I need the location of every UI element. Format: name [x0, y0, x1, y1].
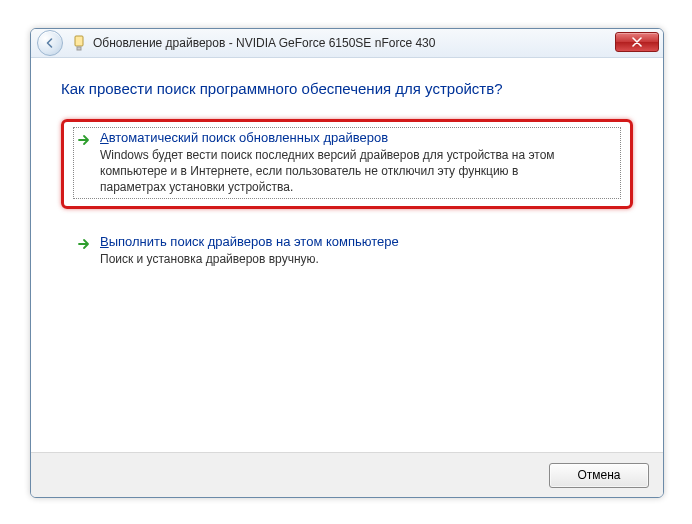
svg-rect-0: [75, 36, 83, 46]
window-title: Обновление драйверов - NVIDIA GeForce 61…: [93, 36, 435, 50]
option-local-search-title: Выполнить поиск драйверов на этом компью…: [100, 234, 618, 249]
titlebar: Обновление драйверов - NVIDIA GeForce 61…: [31, 29, 663, 58]
back-button[interactable]: [37, 30, 63, 56]
back-arrow-icon: [44, 37, 56, 49]
option-auto-search[interactable]: Автоматический поиск обновленных драйвер…: [61, 119, 633, 209]
option-local-search[interactable]: Выполнить поиск драйверов на этом компью…: [61, 223, 633, 280]
option-auto-search-desc: Windows будет вести поиск последних верс…: [100, 147, 560, 196]
option-auto-search-title: Автоматический поиск обновленных драйвер…: [100, 130, 618, 145]
driver-update-window: Обновление драйверов - NVIDIA GeForce 61…: [30, 28, 664, 498]
close-button[interactable]: [615, 32, 659, 52]
option-local-search-desc: Поиск и установка драйверов вручную.: [100, 251, 560, 267]
footer: Отмена: [31, 452, 663, 497]
cancel-button[interactable]: Отмена: [549, 463, 649, 488]
close-icon: [632, 37, 642, 47]
content-area: Как провести поиск программного обеспече…: [31, 58, 663, 280]
device-icon: [71, 35, 87, 51]
arrow-right-icon: [76, 236, 92, 252]
page-heading: Как провести поиск программного обеспече…: [61, 80, 633, 97]
svg-rect-1: [77, 47, 81, 50]
arrow-right-icon: [76, 132, 92, 148]
